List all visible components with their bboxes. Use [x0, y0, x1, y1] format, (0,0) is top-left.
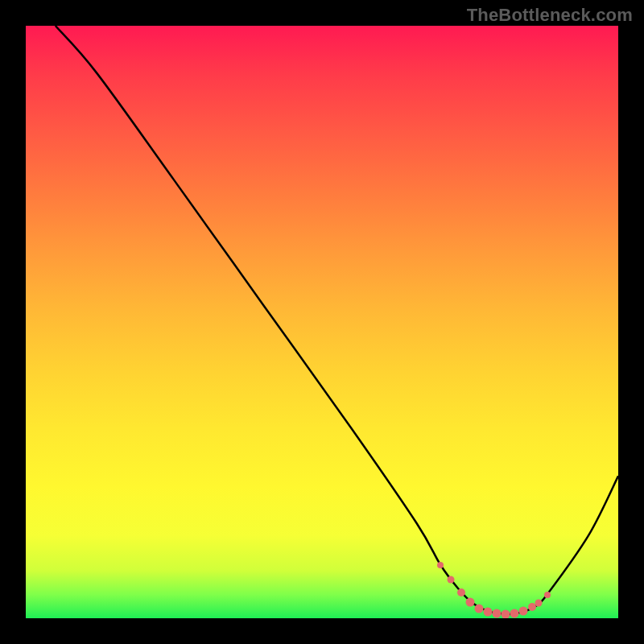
chart-curve-path	[56, 26, 618, 614]
chart-marker	[475, 605, 484, 613]
chart-marker	[502, 609, 510, 618]
chart-marker	[519, 607, 528, 616]
chart-plot-area	[26, 26, 618, 618]
chart-marker	[448, 576, 455, 584]
chart-marker	[484, 607, 493, 616]
chart-marker	[535, 599, 542, 606]
chart-marker	[510, 609, 519, 618]
chart-marker	[493, 609, 502, 618]
watermark-text: TheBottleneck.com	[467, 5, 633, 26]
chart-marker	[544, 592, 551, 598]
chart-marker	[437, 562, 444, 568]
chart-marker	[457, 588, 465, 597]
chart-marker	[466, 598, 475, 607]
chart-curve-svg	[26, 26, 618, 618]
